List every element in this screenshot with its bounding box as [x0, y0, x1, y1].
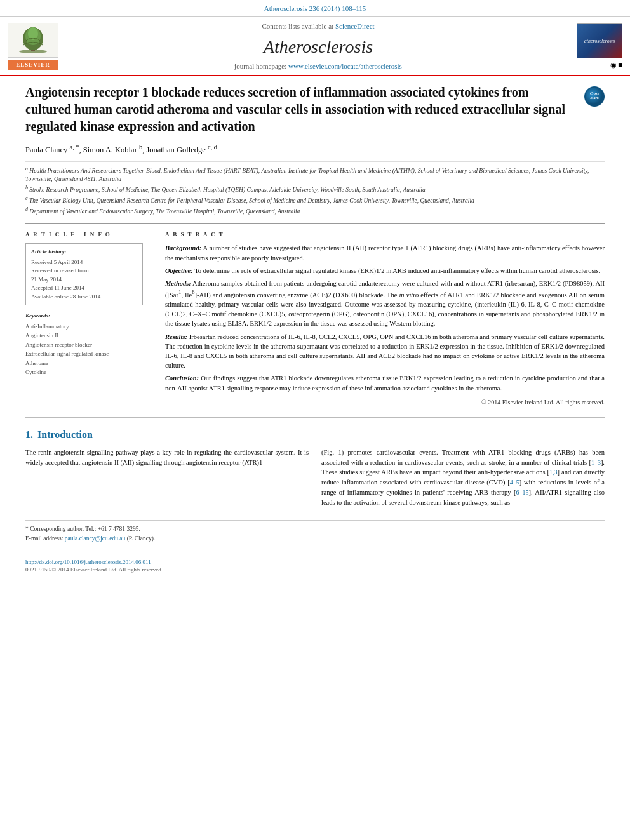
received-date: Received 5 April 2014: [31, 258, 137, 267]
author-sup-b: b: [139, 143, 142, 150]
crossmark-badge[interactable]: Cross Mark: [584, 86, 605, 107]
keywords-list: Anti-Inflammatory Angiotensin II Angiote…: [25, 322, 143, 377]
intro-number: 1.: [25, 429, 36, 440]
bottom-bar: http://dx.doi.org/10.1016/j.atherosclero…: [0, 556, 630, 577]
authors-line: Paula Clancy a, *, Simon A. Koblar b, Jo…: [25, 143, 605, 156]
copyright-text: © 2014 Elsevier Ireland Ltd. All rights …: [165, 398, 605, 408]
abstract-results: Results: Irbesartan reduced concentratio…: [165, 332, 605, 371]
accepted-date: Accepted 11 June 2014: [31, 284, 137, 293]
intro-columns: The renin-angiotensin signalling pathway…: [25, 448, 605, 508]
sciencedirect-link-text[interactable]: ScienceDirect: [335, 22, 375, 30]
journal-homepage: journal homepage: www.elsevier.com/locat…: [65, 62, 572, 71]
methods-label: Methods:: [165, 280, 191, 287]
article-info-heading: A R T I C L E I N F O: [25, 230, 143, 239]
svg-text:Cross: Cross: [590, 91, 600, 95]
homepage-url[interactable]: www.elsevier.com/locate/atherosclerosis: [288, 62, 402, 70]
affil-b: b Stroke Research Programme, School of M…: [25, 185, 605, 194]
ref-4-5[interactable]: 4–5: [510, 479, 519, 486]
history-label: Article history:: [31, 248, 137, 256]
intro-left-col: The renin-angiotensin signalling pathway…: [25, 448, 309, 508]
right-column: A B S T R A C T Background: A number of …: [165, 230, 605, 408]
intro-right-col: (Fig. 1) promotes cardiovascular events.…: [321, 448, 605, 508]
abstract-objective: Objective: To determine the role of extr…: [165, 266, 605, 276]
article-history-box: Article history: Received 5 April 2014 R…: [25, 243, 143, 305]
article-body-columns: A R T I C L E I N F O Article history: R…: [25, 223, 605, 408]
keywords-label: Keywords:: [25, 312, 143, 320]
section-divider: [25, 417, 605, 418]
svg-text:Mark: Mark: [589, 96, 599, 100]
elsevier-wordmark: ELSEVIER: [8, 60, 58, 70]
affil-c: c The Vascular Biology Unit, Queensland …: [25, 196, 605, 205]
keyword-4: Extracellular signal regulated kinase: [25, 349, 143, 358]
email-line: E-mail address: paula.clancy@jcu.edu.au …: [25, 534, 605, 543]
sciencedirect-line: Contents lists available at ScienceDirec…: [65, 22, 572, 31]
athero-logo-image: atherosclerosis: [577, 23, 622, 58]
objective-label: Objective:: [165, 267, 193, 274]
keyword-3: Angiotensin receptor blocker: [25, 340, 143, 349]
ref-1-3b[interactable]: 1,3: [549, 469, 558, 476]
keyword-2: Angiotensin II: [25, 331, 143, 340]
keyword-5: Atheroma: [25, 359, 143, 368]
available-date: Available online 28 June 2014: [31, 293, 137, 302]
affil-a: a Health Practitioners And Researchers T…: [25, 166, 605, 183]
elsevier-tree-image: [8, 23, 58, 58]
keyword-6: Cytokine: [25, 368, 143, 377]
ref-6-15[interactable]: 6–15: [516, 489, 528, 496]
affiliations: a Health Practitioners And Researchers T…: [25, 161, 605, 216]
issn-text: 0021-9150/© 2014 Elsevier Ireland Ltd. A…: [25, 566, 605, 574]
abstract-text: Background: A number of studies have sug…: [165, 243, 605, 407]
citation-text: Atherosclerosis 236 (2014) 108–115: [264, 4, 366, 12]
elsevier-logo: ELSEVIER: [8, 23, 65, 70]
journal-header: ELSEVIER Contents lists available at Sci…: [0, 17, 630, 76]
author-sup-c: c, d: [208, 143, 217, 150]
main-content: Cross Mark Angiotensin receptor 1 blocka…: [0, 76, 630, 550]
background-label: Background:: [165, 244, 201, 251]
ref-1-3[interactable]: 1–3: [591, 459, 601, 466]
left-column: A R T I C L E I N F O Article history: R…: [25, 230, 152, 408]
corresponding-author-note: * Corresponding author. Tel.: +61 7 4781…: [25, 524, 605, 533]
introduction-section: 1. Introduction The renin-angiotensin si…: [25, 428, 605, 507]
abstract-conclusion: Conclusion: Our findings suggest that AT…: [165, 373, 605, 392]
abstract-background: Background: A number of studies have sug…: [165, 243, 605, 262]
conclusion-label: Conclusion:: [165, 375, 199, 382]
journal-header-center: Contents lists available at ScienceDirec…: [65, 22, 572, 71]
crossmark-circle: Cross Mark: [584, 86, 605, 107]
doi-link[interactable]: http://dx.doi.org/10.1016/j.atherosclero…: [25, 558, 605, 566]
revised-date: 21 May 2014: [31, 276, 137, 284]
svg-point-4: [28, 27, 38, 40]
affil-d: d Department of Vascular and Endovascula…: [25, 206, 605, 216]
author-sup-a: a, *: [69, 143, 79, 150]
intro-heading-line: 1. Introduction: [25, 428, 605, 442]
atherosclerosis-logo: atherosclerosis ◉ ■: [572, 23, 622, 70]
received-revised-label: Received in revised form: [31, 267, 137, 276]
article-title: Angiotensin receptor 1 blockade reduces …: [25, 84, 605, 135]
journal-title: Atherosclerosis: [65, 34, 572, 59]
keyword-1: Anti-Inflammatory: [25, 322, 143, 331]
athero-icon-bar: ◉ ■: [610, 60, 622, 70]
results-label: Results:: [165, 333, 187, 340]
citation-bar: Atherosclerosis 236 (2014) 108–115: [0, 0, 630, 17]
email-address[interactable]: paula.clancy@jcu.edu.au: [65, 535, 126, 542]
footnote-area: * Corresponding author. Tel.: +61 7 4781…: [25, 520, 605, 543]
abstract-methods: Methods: Atheroma samples obtained from …: [165, 279, 605, 329]
intro-title: Introduction: [37, 429, 93, 440]
article-dates: Received 5 April 2014 Received in revise…: [31, 258, 137, 302]
abstract-heading: A B S T R A C T: [165, 230, 605, 239]
